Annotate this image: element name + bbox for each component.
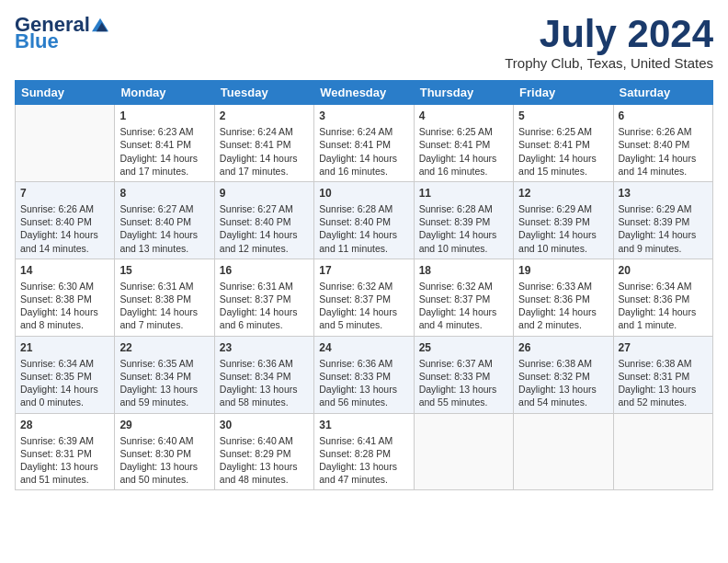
logo: General Blue: [15, 15, 108, 52]
calendar-cell: [514, 413, 613, 490]
calendar-cell: 1Sunrise: 6:23 AMSunset: 8:41 PMDaylight…: [115, 105, 214, 182]
day-info: Sunrise: 6:35 AM: [119, 357, 209, 370]
day-info: Sunrise: 6:24 AM: [220, 125, 309, 138]
day-info: Sunrise: 6:29 AM: [619, 202, 708, 215]
day-info: Sunrise: 6:26 AM: [619, 125, 708, 138]
day-info: Sunset: 8:28 PM: [319, 447, 408, 460]
day-info: Daylight: 14 hours: [619, 152, 708, 165]
day-number: 26: [518, 340, 608, 355]
day-info: Daylight: 14 hours: [319, 152, 408, 165]
day-number: 2: [220, 109, 309, 123]
calendar-cell: 12Sunrise: 6:29 AMSunset: 8:39 PMDayligh…: [514, 181, 613, 259]
day-info: Daylight: 13 hours: [319, 460, 408, 473]
day-info: and 0 minutes.: [20, 396, 109, 408]
day-number: 20: [619, 263, 708, 278]
day-info: Daylight: 14 hours: [220, 228, 309, 241]
day-info: Sunrise: 6:25 AM: [419, 125, 508, 138]
calendar-cell: 11Sunrise: 6:28 AMSunset: 8:39 PMDayligh…: [414, 181, 513, 259]
day-info: Sunset: 8:40 PM: [319, 215, 408, 228]
day-number: 8: [119, 186, 209, 201]
day-info: Daylight: 13 hours: [419, 383, 508, 396]
day-info: Sunset: 8:40 PM: [220, 215, 309, 228]
day-number: 10: [319, 186, 408, 201]
day-info: and 16 minutes.: [419, 165, 508, 178]
day-number: 29: [119, 418, 209, 432]
day-number: 9: [220, 186, 309, 201]
day-number: 22: [119, 340, 209, 355]
day-info: Sunset: 8:39 PM: [419, 215, 508, 228]
day-info: Sunset: 8:36 PM: [518, 293, 608, 305]
day-number: 3: [319, 109, 408, 123]
day-info: Sunrise: 6:38 AM: [518, 357, 608, 370]
day-info: Sunset: 8:40 PM: [119, 215, 209, 228]
day-number: 16: [220, 263, 309, 278]
day-info: Daylight: 14 hours: [619, 305, 708, 318]
week-row: 21Sunrise: 6:34 AMSunset: 8:35 PMDayligh…: [16, 336, 713, 413]
day-number: 12: [518, 186, 608, 201]
day-info: Daylight: 14 hours: [518, 152, 608, 165]
day-info: and 5 minutes.: [319, 318, 408, 331]
day-info: Sunrise: 6:27 AM: [220, 202, 309, 215]
calendar-cell: 13Sunrise: 6:29 AMSunset: 8:39 PMDayligh…: [613, 181, 712, 259]
day-number: 4: [419, 109, 508, 123]
day-info: and 51 minutes.: [20, 473, 109, 486]
day-info: and 13 minutes.: [119, 242, 209, 255]
day-info: and 17 minutes.: [119, 165, 209, 178]
day-info: Sunset: 8:34 PM: [220, 370, 309, 383]
day-info: Sunset: 8:39 PM: [619, 215, 708, 228]
day-number: 18: [419, 263, 508, 278]
day-number: 25: [419, 340, 508, 355]
day-info: Sunset: 8:39 PM: [518, 215, 608, 228]
title-area: July 2024 Trophy Club, Texas, United Sta…: [505, 15, 713, 71]
calendar-cell: 24Sunrise: 6:36 AMSunset: 8:33 PMDayligh…: [314, 336, 414, 413]
day-info: Daylight: 14 hours: [119, 152, 209, 165]
day-info: Sunrise: 6:25 AM: [518, 125, 608, 138]
calendar-cell: 2Sunrise: 6:24 AMSunset: 8:41 PMDaylight…: [214, 105, 313, 182]
day-info: and 58 minutes.: [220, 396, 309, 408]
day-info: Sunrise: 6:40 AM: [220, 434, 309, 447]
day-number: 11: [419, 186, 508, 201]
week-row: 28Sunrise: 6:39 AMSunset: 8:31 PMDayligh…: [16, 413, 713, 490]
day-info: Sunset: 8:29 PM: [220, 447, 309, 460]
calendar-cell: 9Sunrise: 6:27 AMSunset: 8:40 PMDaylight…: [214, 181, 313, 259]
day-info: Sunrise: 6:31 AM: [220, 280, 309, 293]
calendar-cell: 3Sunrise: 6:24 AMSunset: 8:41 PMDaylight…: [314, 105, 414, 182]
day-info: Sunrise: 6:31 AM: [119, 280, 209, 293]
day-info: Sunset: 8:33 PM: [319, 370, 408, 383]
day-info: Sunset: 8:38 PM: [20, 293, 109, 305]
day-info: Sunrise: 6:27 AM: [119, 202, 209, 215]
day-number: 28: [20, 418, 109, 432]
day-info: Sunset: 8:38 PM: [119, 293, 209, 305]
day-info: and 17 minutes.: [220, 165, 309, 178]
day-info: Sunset: 8:40 PM: [20, 215, 109, 228]
day-info: Sunset: 8:41 PM: [220, 138, 309, 151]
location: Trophy Club, Texas, United States: [505, 55, 713, 71]
day-info: Daylight: 13 hours: [518, 383, 608, 396]
day-info: Sunrise: 6:23 AM: [119, 125, 209, 138]
day-info: Daylight: 14 hours: [319, 305, 408, 318]
col-header-monday: Monday: [115, 81, 214, 105]
day-info: and 12 minutes.: [220, 242, 309, 255]
calendar-cell: 25Sunrise: 6:37 AMSunset: 8:33 PMDayligh…: [414, 336, 513, 413]
day-info: and 1 minute.: [619, 318, 708, 331]
day-info: Sunrise: 6:34 AM: [20, 357, 109, 370]
day-info: Daylight: 13 hours: [119, 460, 209, 473]
logo-blue: Blue: [15, 31, 59, 52]
day-info: Daylight: 14 hours: [619, 228, 708, 241]
calendar-cell: 22Sunrise: 6:35 AMSunset: 8:34 PMDayligh…: [115, 336, 214, 413]
day-number: 31: [319, 418, 408, 432]
day-number: 30: [220, 418, 309, 432]
day-info: Sunset: 8:41 PM: [119, 138, 209, 151]
calendar-cell: 26Sunrise: 6:38 AMSunset: 8:32 PMDayligh…: [514, 336, 613, 413]
day-info: and 2 minutes.: [518, 318, 608, 331]
day-info: Sunrise: 6:40 AM: [119, 434, 209, 447]
calendar-cell: 17Sunrise: 6:32 AMSunset: 8:37 PMDayligh…: [314, 259, 414, 336]
day-info: Sunrise: 6:28 AM: [419, 202, 508, 215]
day-number: 13: [619, 186, 708, 201]
day-info: and 14 minutes.: [20, 242, 109, 255]
calendar-cell: 28Sunrise: 6:39 AMSunset: 8:31 PMDayligh…: [16, 413, 115, 490]
day-info: Daylight: 14 hours: [119, 305, 209, 318]
day-info: and 48 minutes.: [220, 473, 309, 486]
day-info: Sunrise: 6:41 AM: [319, 434, 408, 447]
day-info: Daylight: 14 hours: [20, 305, 109, 318]
